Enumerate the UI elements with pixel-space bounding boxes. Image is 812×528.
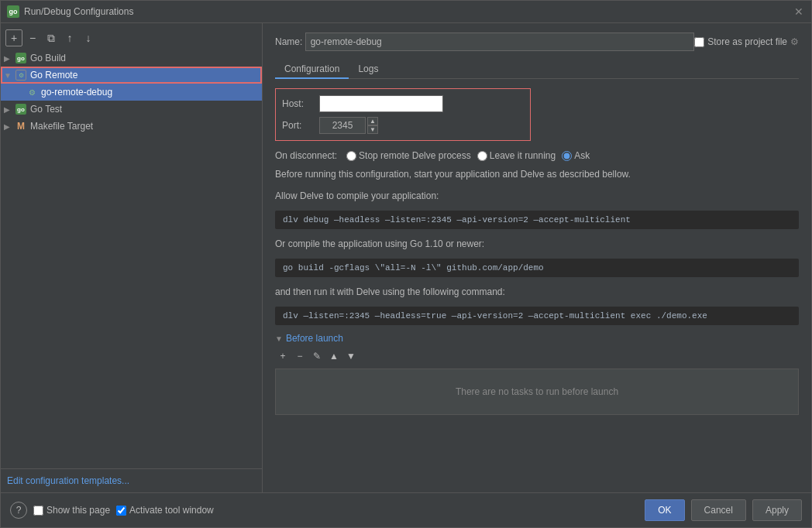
disconnect-label: On disconnect: (275, 150, 337, 161)
run-with-delve-label: and then run it with Delve using the fol… (275, 285, 799, 299)
bl-edit-button[interactable]: ✎ (309, 348, 325, 364)
bl-add-button[interactable]: + (275, 348, 291, 364)
before-launch-header[interactable]: ▼ Before launch (275, 333, 799, 344)
help-button[interactable]: ? (10, 502, 27, 519)
radio-stop-input[interactable] (346, 151, 356, 161)
name-label: Name: (275, 36, 302, 47)
before-launch-label: Before launch (286, 333, 343, 344)
sidebar-item-go-remote-debug[interactable]: ⚙ go-remote-debug (1, 84, 262, 101)
store-as-project-label: Store as project file (707, 36, 787, 47)
bl-down-button[interactable]: ▼ (343, 348, 359, 364)
makefile-icon: M (15, 120, 27, 132)
main-content: + − ⧉ ↑ ↓ ▶ go Go Build ▼ (1, 23, 811, 492)
arrow-icon: ▼ (4, 71, 15, 80)
sidebar-item-makefile-target[interactable]: ▶ M Makefile Target (1, 118, 262, 135)
sidebar-item-go-test[interactable]: ▶ go Go Test (1, 101, 262, 118)
settings-icon: ⚙ (790, 36, 799, 47)
edit-templates-link[interactable]: Edit configuration templates... (7, 475, 129, 486)
allow-delve-label: Allow Delve to compile your application: (275, 189, 799, 203)
before-launch-list: There are no tasks to run before launch (275, 369, 799, 415)
go-remote-icon: ⚙ (15, 69, 27, 81)
sidebar-item-label: go-remote-debug (41, 87, 112, 98)
port-input[interactable] (319, 117, 366, 134)
radio-ask[interactable]: Ask (562, 150, 590, 161)
port-decrement-button[interactable]: ▼ (367, 125, 378, 134)
dialog-icon: go (7, 5, 19, 18)
tab-configuration[interactable]: Configuration (275, 60, 349, 79)
config-tree: ▶ go Go Build ▼ ⚙ Go Remote (1, 50, 262, 468)
port-spinners: ▲ ▼ (367, 117, 378, 134)
sidebar: + − ⧉ ↑ ↓ ▶ go Go Build ▼ (1, 23, 263, 492)
or-compile-cmd: go build -gcflags \"all=-N -l\" github.c… (275, 259, 799, 277)
radio-ask-input[interactable] (562, 151, 572, 161)
sidebar-item-go-remote[interactable]: ▼ ⚙ Go Remote (1, 67, 262, 84)
copy-config-button[interactable]: ⧉ (43, 29, 60, 46)
sidebar-item-label: Go Test (30, 104, 62, 115)
activate-tool-label: Activate tool window (129, 505, 214, 516)
allow-delve-cmd: dlv debug —headless —listen=:2345 —api-v… (275, 211, 799, 229)
bl-up-button[interactable]: ▲ (326, 348, 342, 364)
info-text: Before running this configuration, start… (275, 167, 799, 181)
title-bar: go Run/Debug Configurations ✕ (1, 1, 811, 23)
sidebar-toolbar: + − ⧉ ↑ ↓ (1, 26, 262, 50)
go-build-icon: go (15, 52, 27, 64)
radio-stop[interactable]: Stop remote Delve process (346, 150, 471, 161)
close-button[interactable]: ✕ (793, 5, 805, 18)
dialog-title: Run/Debug Configurations (24, 6, 788, 17)
disconnect-row: On disconnect: Stop remote Delve process… (275, 150, 799, 161)
radio-leave[interactable]: Leave it running (477, 150, 556, 161)
show-page-checkbox[interactable] (33, 506, 43, 516)
remove-config-button[interactable]: − (24, 29, 41, 46)
arrow-icon: ▶ (4, 105, 15, 114)
activate-row: Activate tool window (116, 505, 214, 516)
show-page-label: Show this page (46, 505, 110, 516)
sidebar-item-label: Go Remote (30, 70, 77, 81)
cancel-button[interactable]: Cancel (691, 499, 746, 521)
activate-tool-checkbox[interactable] (116, 506, 126, 516)
tab-logs[interactable]: Logs (349, 60, 387, 79)
radio-leave-input[interactable] (477, 151, 487, 161)
sidebar-item-label: Go Build (30, 53, 66, 63)
right-panel: Name: Store as project file ⚙ Configurat… (263, 23, 811, 492)
port-input-wrapper: ▲ ▼ (319, 117, 378, 134)
host-label: Host: (282, 98, 313, 109)
host-port-box: Host: Port: ▲ ▼ (275, 88, 531, 141)
config-panel: Host: Port: ▲ ▼ (275, 88, 799, 483)
ok-button[interactable]: OK (645, 499, 684, 521)
move-down-button[interactable]: ↓ (80, 29, 97, 46)
apply-button[interactable]: Apply (752, 499, 802, 521)
port-increment-button[interactable]: ▲ (367, 117, 378, 125)
sidebar-item-go-build[interactable]: ▶ go Go Build (1, 50, 262, 67)
bl-remove-button[interactable]: − (292, 348, 308, 364)
port-field-row: Port: ▲ ▼ (282, 117, 524, 134)
arrow-icon: ▶ (4, 54, 15, 63)
name-row: Name: Store as project file ⚙ (275, 33, 799, 51)
port-label: Port: (282, 120, 313, 131)
no-tasks-text: There are no tasks to run before launch (456, 386, 618, 397)
run-with-delve-cmd: dlv —listen=:2345 —headless=true —api-ve… (275, 307, 799, 325)
before-launch-toolbar: + − ✎ ▲ ▼ (275, 348, 799, 364)
name-input[interactable] (305, 33, 695, 51)
config-icon: ⚙ (26, 86, 38, 98)
sidebar-bottom: Edit configuration templates... (1, 468, 262, 492)
add-config-button[interactable]: + (5, 29, 22, 46)
go-test-icon: go (15, 103, 27, 115)
move-up-button[interactable]: ↑ (61, 29, 78, 46)
arrow-icon: ▶ (4, 122, 15, 131)
before-launch-section: ▼ Before launch + − ✎ ▲ ▼ There are no t… (275, 333, 799, 415)
host-field-row: Host: (282, 95, 524, 112)
store-as-project-checkbox[interactable] (694, 37, 704, 47)
before-launch-arrow-icon: ▼ (275, 334, 283, 343)
host-input[interactable] (319, 95, 443, 112)
or-compile-label: Or compile the application using Go 1.10… (275, 237, 799, 251)
run-debug-dialog: go Run/Debug Configurations ✕ + − ⧉ ↑ ↓ … (0, 0, 812, 528)
tabs: Configuration Logs (275, 60, 799, 79)
show-page-row: Show this page (33, 505, 110, 516)
bottom-bar: ? Show this page Activate tool window OK… (1, 492, 811, 527)
sidebar-item-label: Makefile Target (30, 121, 93, 132)
